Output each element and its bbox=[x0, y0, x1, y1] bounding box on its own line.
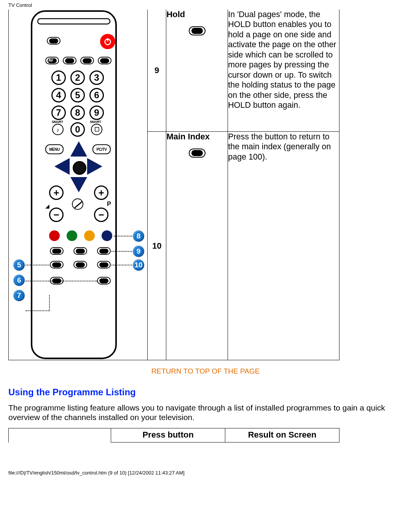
cursor-right-icon bbox=[87, 158, 102, 175]
small-button-4-icon bbox=[98, 57, 112, 64]
teletext-btn-4-icon bbox=[50, 261, 64, 268]
main-index-button-icon bbox=[189, 149, 206, 158]
digit-5-key: 5 bbox=[70, 88, 85, 102]
blue-button-icon bbox=[102, 230, 112, 241]
listing-header-result: Result on Screen bbox=[225, 428, 339, 443]
callout-6: 6 bbox=[13, 275, 25, 286]
digit-2-key: 2 bbox=[70, 70, 85, 85]
teletext-btn-3-icon bbox=[97, 247, 111, 255]
row-desc-main-index: Press the button to return to the main i… bbox=[228, 132, 339, 360]
leader-7 bbox=[25, 295, 50, 311]
digit-0-key: 0 bbox=[70, 122, 85, 137]
row-label-main-index: Main Index bbox=[166, 132, 228, 360]
callout-5: 5 bbox=[13, 259, 25, 271]
digit-4-key: 4 bbox=[51, 88, 66, 102]
mute-icon bbox=[72, 198, 83, 210]
leader-6 bbox=[25, 281, 97, 281]
cursor-up-icon bbox=[70, 141, 87, 157]
volume-ramp-icon: ◢ bbox=[45, 203, 49, 209]
digit-3-key: 3 bbox=[89, 70, 104, 85]
hold-label: Hold bbox=[166, 10, 185, 19]
row-desc-hold: In 'Dual pages' mode, the HOLD button en… bbox=[228, 10, 339, 132]
pctv-button-icon: PC/TV bbox=[92, 144, 111, 154]
cursor-ok-icon bbox=[73, 161, 86, 175]
section-paragraph: The programme listing feature allows you… bbox=[8, 403, 403, 422]
teletext-btn-8-icon bbox=[97, 277, 111, 284]
leader-9 bbox=[112, 251, 132, 252]
callout-7: 7 bbox=[13, 290, 25, 301]
teletext-btn-1-icon bbox=[50, 247, 64, 255]
green-button-icon bbox=[67, 230, 77, 241]
programme-label: P bbox=[107, 201, 111, 208]
cursor-down-icon bbox=[70, 177, 87, 192]
row-label-hold: Hold bbox=[166, 10, 228, 132]
small-button-3-icon bbox=[80, 57, 94, 64]
hold-button-icon bbox=[189, 26, 206, 35]
small-button-2-icon bbox=[63, 57, 76, 64]
main-index-label: Main Index bbox=[166, 132, 210, 141]
return-to-top-link[interactable]: RETURN TO TOP OF THE PAGE bbox=[0, 367, 411, 375]
power-button-icon bbox=[100, 34, 115, 49]
callout-8: 8 bbox=[133, 230, 144, 242]
page-footer: file:///D|/TV/english/150mt/osd/tv_contr… bbox=[0, 443, 411, 478]
teletext-icon bbox=[47, 37, 61, 45]
row-num-9: 9 bbox=[148, 10, 166, 132]
digit-7-key: 7 bbox=[51, 105, 66, 120]
smart-sound-key: ♪ bbox=[52, 124, 64, 135]
teletext-btn-5-icon bbox=[73, 261, 87, 268]
red-button-icon bbox=[49, 230, 60, 241]
leader-5 bbox=[25, 265, 49, 265]
callout-10: 10 bbox=[133, 259, 144, 271]
smart-right-label: SMART bbox=[90, 120, 101, 124]
svg-rect-3 bbox=[107, 38, 108, 42]
digit-1-key: 1 bbox=[51, 70, 66, 85]
digit-8-key: 8 bbox=[70, 105, 85, 120]
programme-down-icon: − bbox=[94, 208, 108, 222]
leader-10 bbox=[112, 265, 132, 265]
programme-up-icon: + bbox=[94, 185, 108, 200]
menu-button-icon: MENU bbox=[45, 144, 64, 154]
callout-9: 9 bbox=[133, 246, 144, 257]
listing-header-empty bbox=[9, 428, 111, 443]
function-table: AV 1 2 3 4 5 6 7 8 9 SMART SMART ♪ bbox=[8, 10, 339, 360]
volume-up-icon: + bbox=[49, 185, 64, 200]
yellow-button-icon bbox=[84, 230, 95, 241]
teletext-btn-2-icon bbox=[73, 247, 87, 255]
cursor-left-icon bbox=[54, 158, 70, 175]
listing-header-press: Press button bbox=[111, 428, 225, 443]
remote-control-diagram: AV 1 2 3 4 5 6 7 8 9 SMART SMART ♪ bbox=[9, 10, 147, 360]
av-button-icon: AV bbox=[45, 57, 59, 64]
smart-left-label: SMART bbox=[52, 120, 63, 124]
teletext-btn-6-icon bbox=[97, 261, 111, 268]
digit-6-key: 6 bbox=[89, 88, 104, 102]
volume-down-icon: − bbox=[49, 208, 64, 222]
section-heading: Using the Programme Listing bbox=[8, 387, 411, 398]
smart-picture-key: ☐ bbox=[91, 124, 102, 135]
listing-table: Press button Result on Screen bbox=[8, 428, 339, 443]
row-num-10: 10 bbox=[148, 132, 166, 360]
page-title: TV Control bbox=[0, 0, 411, 10]
remote-cell: AV 1 2 3 4 5 6 7 8 9 SMART SMART ♪ bbox=[9, 10, 148, 360]
leader-8 bbox=[114, 236, 132, 236]
digit-9-key: 9 bbox=[89, 105, 104, 120]
